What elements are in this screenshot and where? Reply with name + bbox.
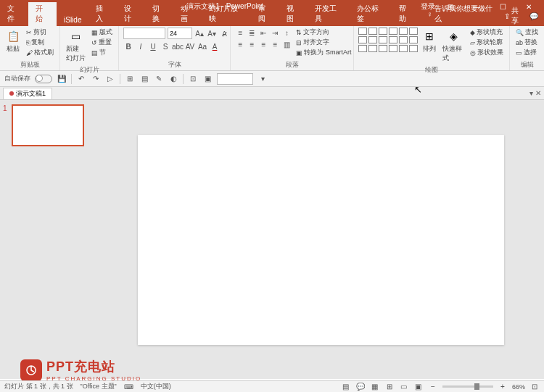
tab-slideshow[interactable]: 幻灯片放映 bbox=[202, 2, 251, 26]
start-from-begin-icon[interactable]: ▷ bbox=[105, 74, 115, 84]
align-right-icon[interactable]: ≡ bbox=[258, 39, 268, 49]
layout-button[interactable]: ▦版式 bbox=[90, 28, 114, 37]
qat-icon-4[interactable]: ◐ bbox=[168, 74, 178, 84]
tab-help[interactable]: 帮助 bbox=[392, 2, 420, 26]
tab-view[interactable]: 视图 bbox=[279, 2, 308, 26]
document-tab[interactable]: 演示文稿1 bbox=[3, 88, 52, 99]
qat-icon-1[interactable]: ⊞ bbox=[125, 74, 135, 84]
text-direction-button[interactable]: ⇅文字方向 bbox=[294, 28, 353, 37]
tab-insert[interactable]: 插入 bbox=[88, 2, 117, 26]
tell-me-search[interactable]: ♀ 告诉我你想要做什么 bbox=[420, 2, 503, 26]
slide-editor[interactable] bbox=[98, 100, 544, 379]
tab-officetab[interactable]: 办公标签 bbox=[350, 2, 392, 26]
numbering-icon[interactable]: ≣ bbox=[247, 28, 257, 38]
tab-developer[interactable]: 开发工具 bbox=[308, 2, 350, 26]
fill-icon: ◆ bbox=[470, 29, 475, 36]
font-size-select[interactable] bbox=[168, 28, 192, 39]
zoom-in-icon[interactable]: + bbox=[498, 382, 508, 392]
cut-button[interactable]: ✂剪切 bbox=[25, 28, 55, 37]
copy-button[interactable]: ⎘复制 bbox=[25, 38, 55, 47]
italic-icon[interactable]: I bbox=[136, 41, 146, 51]
qat-icon-2[interactable]: ▤ bbox=[139, 74, 149, 84]
shape-fill-button[interactable]: ◆形状填充 bbox=[469, 28, 505, 37]
lightbulb-icon: ♀ bbox=[427, 10, 433, 18]
columns-icon[interactable]: ▥ bbox=[281, 39, 292, 49]
tab-file[interactable]: 文件 bbox=[0, 2, 28, 26]
zoom-level[interactable]: 66% bbox=[512, 383, 525, 391]
group-font: A▴ A▾ A̷ B I U S abc AV Aa A 字体 bbox=[119, 26, 231, 70]
strikethrough-icon[interactable]: S bbox=[160, 41, 170, 51]
arrange-button[interactable]: ⊞ 排列 bbox=[421, 28, 438, 55]
paste-button[interactable]: 📋 粘贴 bbox=[4, 28, 22, 55]
thumbnail-1[interactable]: 1 bbox=[3, 104, 95, 146]
shape-effects-button[interactable]: ◎形状效果 bbox=[469, 48, 505, 57]
sorter-view-icon[interactable]: ⊞ bbox=[384, 382, 395, 392]
clear-format-icon[interactable]: A̷ bbox=[219, 28, 229, 38]
reset-button[interactable]: ↺重置 bbox=[90, 38, 114, 47]
undo-icon[interactable]: ↶ bbox=[76, 74, 86, 84]
align-center-icon[interactable]: ≡ bbox=[247, 39, 257, 49]
normal-view-icon[interactable]: ▦ bbox=[370, 382, 380, 392]
shadow-icon[interactable]: abc bbox=[173, 41, 183, 51]
fit-window-icon[interactable]: ⊡ bbox=[529, 382, 540, 392]
comment-icon: 💬 bbox=[529, 12, 538, 20]
zoom-slider[interactable] bbox=[442, 385, 493, 388]
font-family-select[interactable] bbox=[123, 28, 165, 39]
autosave-toggle[interactable] bbox=[35, 75, 52, 83]
font-color-icon[interactable]: A bbox=[210, 41, 220, 51]
share-button[interactable]: ⇪ 共享 bbox=[504, 6, 524, 26]
qat-more-icon[interactable]: ▾ bbox=[257, 74, 268, 84]
change-case-icon[interactable]: Aa bbox=[197, 41, 207, 51]
text-dir-icon: ⇅ bbox=[296, 29, 302, 36]
slide-thumbnails-panel: 1 bbox=[0, 100, 98, 379]
tab-transitions[interactable]: 切换 bbox=[145, 2, 173, 26]
qat-icon-3[interactable]: ✎ bbox=[154, 74, 164, 84]
tab-animations[interactable]: 动画 bbox=[173, 2, 202, 26]
shape-outline-button[interactable]: ▱形状轮廓 bbox=[469, 38, 505, 47]
doc-close-icon[interactable]: ✕ bbox=[535, 89, 541, 97]
clipboard-icon: 📋 bbox=[6, 29, 20, 43]
language[interactable]: 中文(中国) bbox=[141, 382, 171, 391]
align-text-button[interactable]: ⊟对齐文字 bbox=[294, 38, 353, 47]
tab-design[interactable]: 设计 bbox=[117, 2, 145, 26]
find-button[interactable]: 🔍查找 bbox=[514, 28, 540, 37]
replace-button[interactable]: ab替换 bbox=[514, 38, 540, 47]
notes-icon[interactable]: ▤ bbox=[341, 382, 351, 392]
section-button[interactable]: ▤节 bbox=[90, 48, 114, 57]
tab-home[interactable]: 开始 bbox=[28, 2, 57, 26]
increase-font-icon[interactable]: A▴ bbox=[194, 28, 205, 38]
quick-styles-button[interactable]: ◈ 快速样式 bbox=[441, 28, 466, 64]
char-spacing-icon[interactable]: AV bbox=[185, 41, 195, 51]
shapes-gallery[interactable] bbox=[358, 28, 418, 52]
redo-icon[interactable]: ↷ bbox=[91, 74, 101, 84]
slideshow-view-icon[interactable]: ▣ bbox=[413, 382, 424, 392]
comments-status-icon[interactable]: 💬 bbox=[355, 382, 366, 392]
qat-icon-5[interactable]: ⊡ bbox=[188, 74, 198, 84]
slide-canvas[interactable] bbox=[138, 135, 504, 345]
convert-smartart-button[interactable]: ▣转换为 SmartArt bbox=[294, 48, 353, 57]
select-button[interactable]: ▭选择 bbox=[514, 48, 540, 57]
comments-button[interactable]: 💬 bbox=[529, 6, 538, 26]
doc-dropdown-icon[interactable]: ▾ bbox=[529, 89, 533, 97]
format-painter-button[interactable]: 🖌格式刷 bbox=[25, 48, 55, 57]
underline-icon[interactable]: U bbox=[148, 41, 158, 51]
decrease-indent-icon[interactable]: ⇤ bbox=[258, 28, 268, 38]
decrease-font-icon[interactable]: A▾ bbox=[207, 28, 217, 38]
align-left-icon[interactable]: ≡ bbox=[235, 39, 245, 49]
justify-icon[interactable]: ≡ bbox=[270, 39, 280, 49]
save-icon[interactable]: 💾 bbox=[57, 74, 67, 84]
qat-dropdown[interactable] bbox=[217, 73, 253, 85]
qat-icon-6[interactable]: ▣ bbox=[202, 74, 213, 84]
new-slide-button[interactable]: ▭ 新建 幻灯片 bbox=[65, 28, 87, 64]
reading-view-icon[interactable]: ▭ bbox=[399, 382, 409, 392]
bold-icon[interactable]: B bbox=[123, 41, 133, 51]
bullets-icon[interactable]: ≡ bbox=[235, 28, 245, 38]
copy-icon: ⎘ bbox=[26, 39, 30, 46]
tab-islide[interactable]: iSlide bbox=[57, 14, 88, 26]
doc-tab-label: 演示文稿1 bbox=[16, 89, 46, 99]
spellcheck-icon[interactable]: ⌨ bbox=[124, 383, 133, 391]
line-spacing-icon[interactable]: ↕ bbox=[281, 28, 292, 38]
tab-review[interactable]: 审阅 bbox=[251, 2, 279, 26]
zoom-out-icon[interactable]: − bbox=[428, 382, 438, 392]
increase-indent-icon[interactable]: ⇥ bbox=[270, 28, 280, 38]
